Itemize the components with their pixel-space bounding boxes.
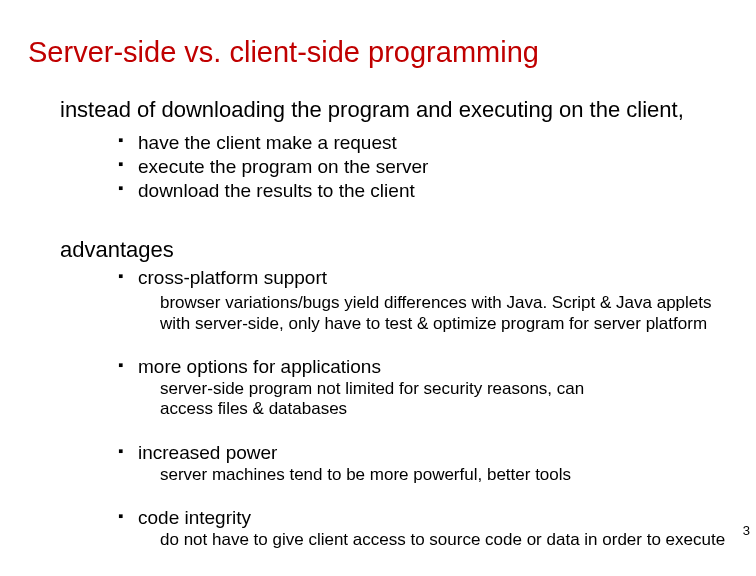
sub-text: server machines tend to be more powerful… [160, 465, 728, 485]
list-item: increased power [118, 442, 728, 465]
advantages-heading: advantages [60, 237, 728, 263]
list-item: download the results to the client [118, 179, 728, 203]
slide-content: Server-side vs. client-side programming … [0, 0, 756, 550]
list-item: execute the program on the server [118, 155, 728, 179]
sub-text: with server-side, only have to test & op… [160, 314, 728, 334]
list-item: have the client make a request [118, 131, 728, 155]
list-item: code integrity [118, 507, 728, 530]
advantages-list: code integrity [118, 507, 728, 530]
slide-title: Server-side vs. client-side programming [28, 36, 728, 69]
advantages-list: cross-platform support [118, 267, 728, 290]
list-item: more options for applications [118, 356, 728, 379]
list-item: cross-platform support [118, 267, 728, 290]
sub-text: server-side program not limited for secu… [160, 379, 728, 420]
intro-bullets: have the client make a request execute t… [118, 131, 728, 202]
sub-text: browser variations/bugs yield difference… [160, 293, 728, 313]
lead-text: instead of downloading the program and e… [60, 97, 728, 123]
advantages-list: more options for applications [118, 356, 728, 379]
page-number: 3 [743, 523, 750, 538]
advantages-list: increased power [118, 442, 728, 465]
sub-text: do not have to give client access to sou… [160, 530, 728, 550]
